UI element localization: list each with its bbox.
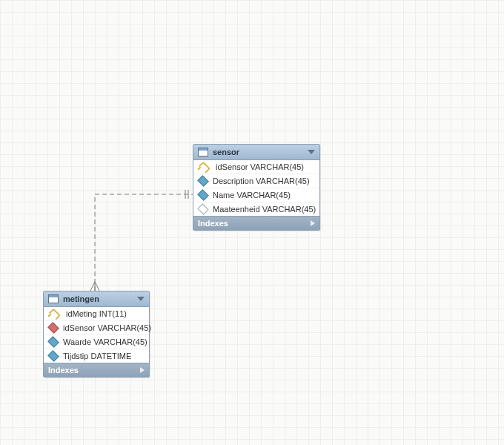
- column-label: Name VARCHAR(45): [213, 191, 291, 200]
- expand-icon: [140, 367, 145, 373]
- table-sensor-header[interactable]: sensor: [193, 145, 319, 160]
- table-metingen-columns: idMeting INT(11) idSensor VARCHAR(45) Wa…: [44, 307, 149, 363]
- collapse-icon[interactable]: [308, 150, 315, 154]
- primary-key-icon: [199, 161, 210, 173]
- table-metingen-header[interactable]: metingen: [44, 291, 149, 307]
- column-row[interactable]: Tijdstip DATETIME: [44, 349, 149, 363]
- column-row[interactable]: Maateenheid VARCHAR(45): [193, 202, 319, 216]
- column-label: Maateenheid VARCHAR(45): [213, 205, 316, 214]
- table-icon: [198, 148, 208, 156]
- column-label: idMeting INT(11): [66, 309, 127, 318]
- column-label: idSensor VARCHAR(45): [216, 162, 304, 171]
- table-sensor-indexes[interactable]: Indexes: [193, 216, 319, 230]
- table-sensor-columns: idSensor VARCHAR(45) Description VARCHAR…: [193, 160, 319, 216]
- expand-icon: [311, 220, 315, 226]
- table-sensor[interactable]: sensor idSensor VARCHAR(45) Description …: [193, 144, 320, 231]
- erd-canvas[interactable]: sensor idSensor VARCHAR(45) Description …: [0, 0, 504, 445]
- table-icon: [48, 294, 59, 303]
- table-metingen[interactable]: metingen idMeting INT(11) idSensor VARCH…: [43, 291, 150, 378]
- notnull-column-icon: [47, 350, 59, 362]
- table-metingen-indexes[interactable]: Indexes: [44, 363, 149, 377]
- nullable-column-icon: [197, 203, 209, 215]
- column-row[interactable]: Waarde VARCHAR(45): [44, 335, 149, 349]
- table-sensor-title: sensor: [213, 148, 303, 156]
- column-row[interactable]: Name VARCHAR(45): [193, 188, 319, 202]
- notnull-column-icon: [47, 336, 59, 348]
- column-label: Description VARCHAR(45): [213, 177, 310, 185]
- indexes-label: Indexes: [48, 366, 79, 375]
- foreign-key-icon: [47, 322, 59, 334]
- column-row[interactable]: Description VARCHAR(45): [193, 174, 319, 188]
- column-label: Waarde VARCHAR(45): [63, 337, 147, 346]
- notnull-column-icon: [197, 189, 209, 201]
- column-row[interactable]: idMeting INT(11): [44, 307, 149, 321]
- indexes-label: Indexes: [198, 219, 228, 228]
- column-row[interactable]: idSensor VARCHAR(45): [44, 321, 149, 335]
- collapse-icon[interactable]: [137, 297, 145, 301]
- column-label: idSensor VARCHAR(45): [63, 323, 151, 332]
- primary-key-icon: [49, 308, 61, 320]
- table-metingen-title: metingen: [63, 294, 133, 303]
- column-row[interactable]: idSensor VARCHAR(45): [193, 160, 319, 174]
- notnull-column-icon: [197, 175, 209, 187]
- column-label: Tijdstip DATETIME: [63, 352, 131, 360]
